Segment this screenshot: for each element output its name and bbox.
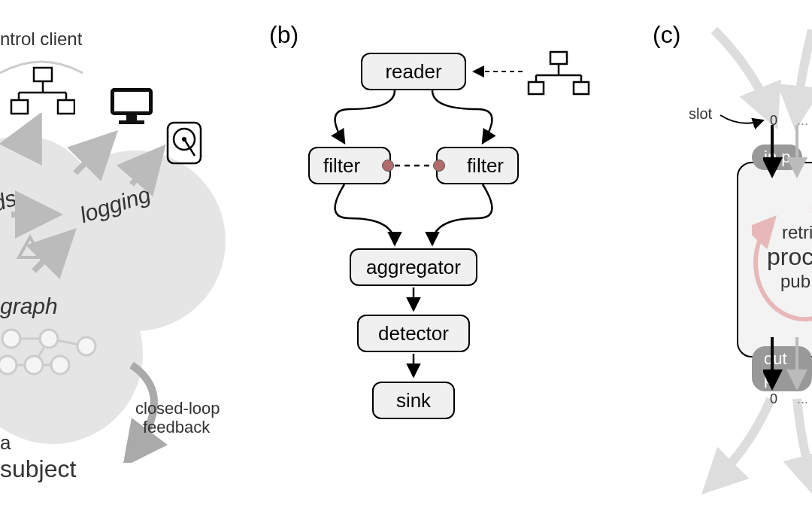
subject-label: subject: [0, 455, 76, 483]
grey-arrows-inner: [0, 113, 211, 324]
sink-text: sink: [396, 389, 431, 412]
filter2-text: filter: [467, 154, 504, 178]
graph-nodes-icon: [0, 324, 109, 384]
svg-point-23: [77, 337, 95, 355]
dots-bottom: ...: [797, 391, 808, 407]
svg-point-21: [2, 330, 20, 348]
reader-node: reader: [361, 53, 466, 90]
slot-label: slot: [689, 105, 712, 123]
svg-line-32: [34, 241, 64, 271]
svg-point-22: [40, 330, 58, 348]
svg-rect-5: [11, 100, 28, 114]
out-port-arrows: [763, 335, 812, 395]
panel-b-label: (b): [269, 21, 298, 49]
arc-top: [0, 47, 86, 77]
pub-label: pub: [780, 271, 810, 292]
arrow-agg-det: [406, 286, 421, 316]
reader-text: reader: [385, 60, 441, 84]
svg-rect-6: [58, 100, 74, 114]
aggregator-node: aggregator: [350, 248, 477, 286]
svg-point-24: [0, 356, 17, 374]
feedback-label: feedback: [143, 418, 210, 437]
svg-point-26: [51, 356, 69, 374]
in-port-arrows: [763, 123, 812, 183]
a-label: a: [0, 431, 11, 455]
panel-c-label: (c): [653, 21, 680, 49]
retri-label: retri: [782, 222, 812, 243]
svg-point-25: [25, 356, 43, 374]
reader-branches: [308, 87, 519, 151]
filter1-node: filter: [308, 147, 391, 184]
network-icon-b: [526, 49, 590, 98]
svg-rect-8: [114, 92, 149, 111]
filter-link: [391, 161, 436, 170]
filter-merge: [308, 181, 519, 252]
filter1-text: filter: [323, 154, 360, 178]
detector-text: detector: [378, 322, 449, 345]
svg-rect-40: [574, 82, 589, 94]
arrow-net-reader: [466, 64, 526, 79]
arrow-det-sink: [406, 352, 421, 382]
svg-rect-34: [550, 52, 567, 64]
proc-label: proc: [767, 243, 812, 271]
svg-line-29: [75, 143, 105, 173]
sink-node: sink: [372, 382, 455, 419]
filter2-node: filter: [436, 147, 519, 184]
svg-rect-39: [529, 82, 544, 94]
zero-bottom: 0: [770, 391, 777, 407]
aggregator-text: aggregator: [366, 256, 461, 279]
detector-node: detector: [357, 315, 470, 352]
svg-line-30: [132, 158, 154, 184]
closed-loop-label: closed-loop: [135, 399, 220, 418]
svg-line-28: [23, 128, 34, 151]
